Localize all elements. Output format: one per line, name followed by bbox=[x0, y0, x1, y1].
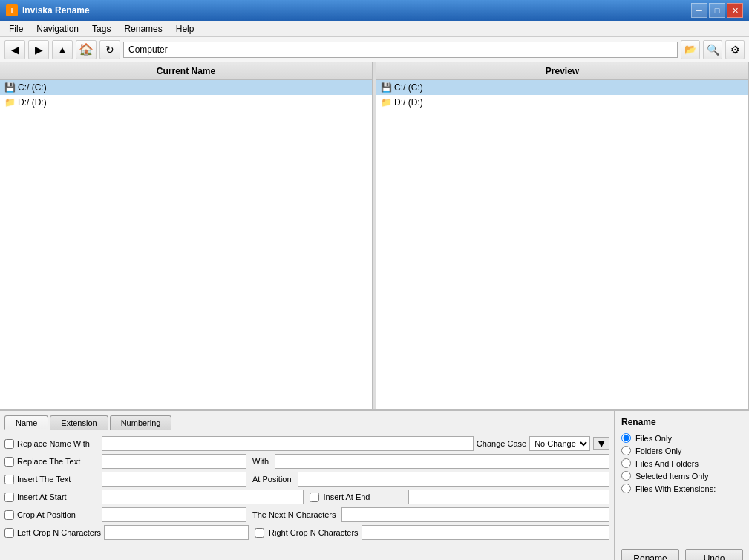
folder-button[interactable]: 📂 bbox=[681, 40, 700, 59]
insert-start-label: Insert At Start bbox=[17, 493, 99, 501]
at-position-label: At Position bbox=[249, 475, 295, 484]
radio-folders-only-label: Folders Only bbox=[635, 447, 681, 455]
tab-name[interactable]: Name bbox=[4, 415, 48, 430]
menu-tags[interactable]: Tags bbox=[86, 22, 117, 36]
maximize-button[interactable]: □ bbox=[709, 3, 725, 18]
file-row[interactable]: 💾 C:/ (C:) bbox=[376, 80, 748, 95]
right-pane-content[interactable]: 💾 C:/ (C:) 📁 D:/ (D:) bbox=[376, 80, 749, 409]
minimize-button[interactable]: ─ bbox=[691, 3, 707, 18]
left-pane: Current Name 💾 C:/ (C:) 📁 D:/ (D:) bbox=[0, 62, 373, 409]
menu-navigation[interactable]: Navigation bbox=[30, 22, 85, 36]
right-crop-input[interactable] bbox=[362, 525, 609, 540]
right-crop-checkbox[interactable] bbox=[255, 528, 264, 538]
radio-files-only-input[interactable] bbox=[621, 433, 631, 443]
radio-folders-only[interactable]: Folders Only bbox=[621, 446, 743, 455]
crop-position-label: Crop At Position bbox=[17, 510, 99, 519]
replace-name-label: Replace Name With bbox=[17, 439, 99, 448]
menu-file[interactable]: File bbox=[3, 22, 29, 36]
settings-button[interactable]: ⚙ bbox=[725, 40, 745, 59]
main-area: Current Name 💾 C:/ (C:) 📁 D:/ (D:) Previ… bbox=[0, 62, 749, 411]
right-pane-header: Preview bbox=[376, 62, 749, 80]
insert-text-row: Insert The Text At Position bbox=[4, 472, 609, 487]
radio-files-and-folders-input[interactable] bbox=[621, 458, 631, 468]
radio-files-extensions-label: Files With Extensions: bbox=[635, 484, 716, 493]
tab-numbering[interactable]: Numbering bbox=[110, 415, 172, 430]
left-crop-input[interactable] bbox=[104, 525, 249, 540]
insert-end-input[interactable] bbox=[408, 490, 610, 504]
bottom-panel: Name Extension Numbering Replace Name Wi… bbox=[0, 411, 749, 560]
with-label: With bbox=[249, 457, 272, 466]
replace-name-checkbox[interactable] bbox=[4, 439, 14, 449]
insert-text-checkbox[interactable] bbox=[4, 475, 14, 484]
replace-text-checkbox[interactable] bbox=[4, 457, 14, 467]
up-button[interactable]: ▲ bbox=[52, 40, 73, 59]
drive-c-icon: 💾 bbox=[4, 82, 15, 93]
file-row-label: C:/ (C:) bbox=[394, 82, 423, 93]
change-case-label: Change Case bbox=[477, 439, 526, 448]
radio-folders-only-input[interactable] bbox=[621, 446, 631, 455]
change-case-dropdown[interactable]: ▼ bbox=[593, 437, 609, 450]
menu-bar: File Navigation Tags Renames Help bbox=[0, 21, 749, 37]
radio-files-only[interactable]: Files Only bbox=[621, 433, 743, 443]
radio-files-extensions-input[interactable] bbox=[621, 484, 631, 493]
file-row-label: D:/ (D:) bbox=[18, 97, 47, 108]
title-bar: I Inviska Rename ─ □ ✕ bbox=[0, 0, 749, 21]
radio-files-with-extensions[interactable]: Files With Extensions: bbox=[621, 484, 743, 493]
left-crop-checkbox[interactable] bbox=[4, 528, 14, 538]
crop-position-checkbox[interactable] bbox=[4, 510, 14, 520]
search-button[interactable]: 🔍 bbox=[703, 40, 722, 59]
replace-name-input[interactable] bbox=[102, 436, 474, 451]
replace-name-row: Replace Name With Change Case No Change … bbox=[4, 436, 609, 451]
menu-renames[interactable]: Renames bbox=[118, 22, 168, 36]
close-button[interactable]: ✕ bbox=[727, 3, 743, 18]
undo-button[interactable]: Undo bbox=[685, 549, 743, 560]
radio-selected-items[interactable]: Selected Items Only bbox=[621, 471, 743, 481]
menu-help[interactable]: Help bbox=[170, 22, 200, 36]
crop-position-row: Crop At Position The Next N Characters bbox=[4, 507, 609, 522]
tab-extension[interactable]: Extension bbox=[50, 415, 108, 430]
refresh-button[interactable]: ↻ bbox=[99, 40, 120, 59]
replace-text-row: Replace The Text With bbox=[4, 454, 609, 469]
rename-panel: Name Extension Numbering Replace Name Wi… bbox=[0, 411, 615, 560]
radio-selected-items-label: Selected Items Only bbox=[635, 472, 708, 481]
home-button[interactable]: 🏠 bbox=[76, 40, 97, 59]
address-text: Computer bbox=[128, 45, 168, 55]
drive-d-icon: 📁 bbox=[4, 97, 15, 108]
insert-text-label: Insert The Text bbox=[17, 475, 99, 484]
crop-position-input[interactable] bbox=[102, 507, 246, 522]
replace-text-label: Replace The Text bbox=[17, 457, 99, 466]
insert-text-input[interactable] bbox=[102, 472, 246, 487]
insert-end-label: Insert At End bbox=[324, 493, 405, 501]
insert-end-checkbox[interactable] bbox=[310, 493, 319, 502]
address-bar[interactable]: Computer bbox=[123, 42, 678, 58]
file-row[interactable]: 📁 D:/ (D:) bbox=[0, 95, 372, 110]
replace-with-input[interactable] bbox=[275, 454, 609, 469]
toolbar: ◀ ▶ ▲ 🏠 ↻ Computer 📂 🔍 ⚙ bbox=[0, 37, 749, 62]
insert-start-checkbox[interactable] bbox=[4, 493, 14, 502]
app-title: Inviska Rename bbox=[22, 5, 90, 16]
rename-options: Files Only Folders Only Files And Folder… bbox=[621, 433, 743, 493]
file-row[interactable]: 💾 C:/ (C:) bbox=[0, 80, 372, 95]
tab-bar: Name Extension Numbering bbox=[4, 415, 609, 430]
rename-section-title: Rename bbox=[621, 417, 743, 427]
forward-button[interactable]: ▶ bbox=[28, 40, 49, 59]
left-pane-content[interactable]: 💾 C:/ (C:) 📁 D:/ (D:) bbox=[0, 80, 373, 409]
radio-files-and-folders-label: Files And Folders bbox=[635, 459, 699, 468]
app-icon: I bbox=[6, 4, 18, 16]
file-row-label: D:/ (D:) bbox=[394, 97, 423, 108]
file-row[interactable]: 📁 D:/ (D:) bbox=[376, 95, 748, 110]
radio-files-only-label: Files Only bbox=[635, 434, 672, 443]
radio-files-and-folders[interactable]: Files And Folders bbox=[621, 458, 743, 468]
left-crop-row: Left Crop N Characters Right Crop N Char… bbox=[4, 525, 609, 540]
radio-selected-items-input[interactable] bbox=[621, 471, 631, 481]
change-case-select[interactable]: No Change Uppercase Lowercase Title Case bbox=[529, 436, 590, 451]
next-n-label: The Next N Characters bbox=[249, 510, 338, 519]
back-button[interactable]: ◀ bbox=[4, 40, 25, 59]
file-row-label: C:/ (C:) bbox=[18, 82, 47, 93]
replace-text-input[interactable] bbox=[102, 454, 246, 469]
at-position-input[interactable] bbox=[298, 472, 609, 487]
next-n-input[interactable] bbox=[341, 507, 609, 522]
insert-start-row: Insert At Start Insert At End bbox=[4, 490, 609, 504]
rename-button[interactable]: Rename bbox=[621, 549, 679, 560]
insert-start-input[interactable] bbox=[102, 490, 304, 504]
